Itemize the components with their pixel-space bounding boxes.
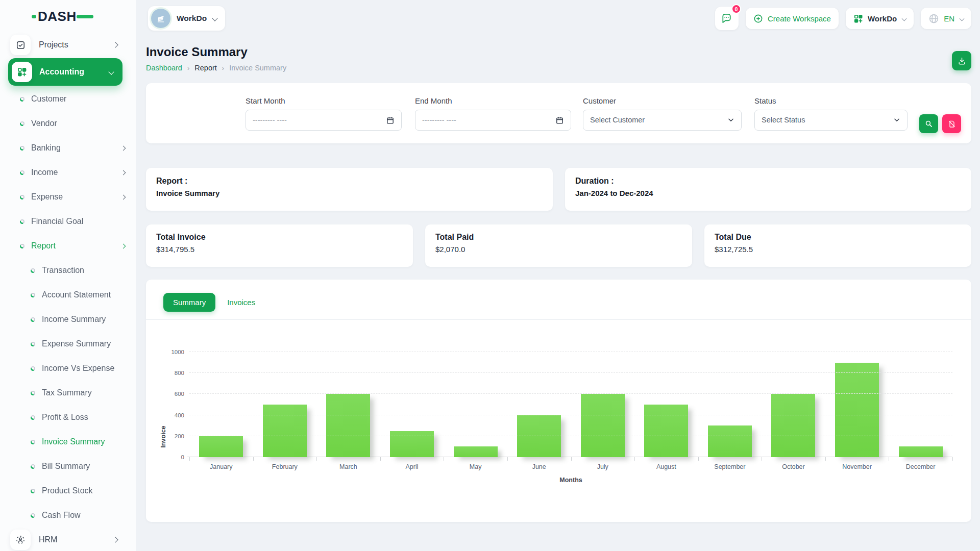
sidebar-item-tax-summary[interactable]: Tax Summary bbox=[0, 381, 136, 405]
bar-april[interactable] bbox=[390, 431, 434, 458]
stat-label: Total Invoice bbox=[156, 233, 403, 242]
end-month-input[interactable]: --------- ---- bbox=[415, 110, 571, 131]
x-axis-tick-label: July bbox=[571, 463, 634, 470]
sidebar-item-cash-flow[interactable]: Cash Flow bbox=[0, 503, 136, 528]
language-selector[interactable]: EN bbox=[921, 8, 971, 29]
bar-column bbox=[380, 352, 444, 457]
y-axis-tick-label: 400 bbox=[175, 412, 184, 418]
messages-badge: 0 bbox=[731, 4, 741, 14]
search-button[interactable] bbox=[919, 114, 938, 133]
bullet-icon bbox=[31, 342, 35, 346]
x-axis-labels: JanuaryFebruaryMarchAprilMayJuneJulyAugu… bbox=[189, 463, 952, 470]
sidebar-item-financial-goal[interactable]: Financial Goal bbox=[0, 209, 136, 234]
y-axis-tick-label: 1000 bbox=[171, 349, 184, 355]
bar-march[interactable] bbox=[326, 394, 370, 457]
bars-container bbox=[189, 352, 952, 457]
divider bbox=[146, 319, 971, 320]
download-report-button[interactable] bbox=[952, 51, 971, 70]
bullet-icon bbox=[31, 293, 35, 297]
workdo-menu-button[interactable]: WorkDo bbox=[846, 8, 914, 29]
calendar-icon bbox=[555, 116, 564, 124]
summary-chart-card: Summary Invoices Invoice 020040060080010… bbox=[146, 280, 971, 522]
workspace-avatar bbox=[151, 9, 170, 28]
bullet-icon bbox=[20, 97, 24, 102]
x-axis-tick bbox=[889, 457, 889, 461]
chevron-down-icon bbox=[727, 116, 734, 123]
topbar: WorkDo 0 Create Workspace bbox=[146, 0, 971, 37]
y-axis-tick-label: 800 bbox=[175, 370, 184, 376]
breadcrumb-report[interactable]: Report bbox=[194, 64, 217, 72]
language-label: EN bbox=[944, 14, 954, 23]
x-axis-tick bbox=[444, 457, 444, 461]
calendar-icon bbox=[386, 116, 395, 124]
gridline bbox=[189, 415, 952, 415]
bar-february[interactable] bbox=[263, 405, 307, 457]
gridline bbox=[189, 372, 952, 373]
workdo-menu-label: WorkDo bbox=[868, 14, 897, 23]
page-title: Invoice Summary bbox=[146, 45, 286, 59]
sidebar-item-transaction[interactable]: Transaction bbox=[0, 258, 136, 283]
bar-january[interactable] bbox=[199, 436, 243, 457]
sidebar-item-income-summary[interactable]: Income Summary bbox=[0, 307, 136, 332]
messages-button[interactable]: 0 bbox=[715, 7, 739, 30]
x-axis-tick-label: May bbox=[444, 463, 507, 470]
sidebar-item-profit-loss[interactable]: Profit & Loss bbox=[0, 405, 136, 430]
sidebar-item-projects[interactable]: Projects bbox=[0, 33, 136, 57]
sidebar-item-accounting[interactable]: Accounting bbox=[8, 58, 122, 86]
x-axis-tick bbox=[316, 457, 317, 461]
bullet-icon bbox=[31, 317, 35, 322]
workspace-switcher[interactable]: WorkDo bbox=[148, 6, 225, 31]
breadcrumb-dashboard[interactable]: Dashboard bbox=[146, 64, 182, 72]
x-axis-tick bbox=[380, 457, 381, 461]
total-due-card: Total Due $312,725.5 bbox=[704, 224, 971, 267]
sidebar-item-invoice-summary[interactable]: Invoice Summary bbox=[0, 430, 136, 454]
tab-summary[interactable]: Summary bbox=[163, 293, 215, 312]
x-axis-tick-label: October bbox=[762, 463, 825, 470]
sidebar-item-expense[interactable]: Expense bbox=[0, 185, 136, 209]
app-logo[interactable]: DASH bbox=[0, 0, 136, 33]
chart-plot-area: 02004006008001000 bbox=[189, 352, 952, 457]
sidebar-item-label: HRM bbox=[39, 535, 57, 544]
reset-filter-button[interactable] bbox=[942, 114, 961, 133]
sidebar-item-hrm[interactable]: HRM bbox=[0, 528, 136, 551]
bullet-icon bbox=[31, 464, 35, 469]
bar-may[interactable] bbox=[454, 446, 498, 457]
chevron-right-icon bbox=[121, 170, 126, 175]
start-month-input[interactable]: --------- ---- bbox=[246, 110, 402, 131]
sidebar-item-report[interactable]: Report bbox=[0, 234, 136, 258]
report-tabs: Summary Invoices bbox=[146, 280, 971, 312]
bar-october[interactable] bbox=[771, 394, 815, 457]
sidebar-item-product-stock[interactable]: Product Stock bbox=[0, 479, 136, 503]
sidebar-nav: Projects Accounting CustomerVendorBankin… bbox=[0, 33, 136, 551]
sidebar-item-income[interactable]: Income bbox=[0, 160, 136, 185]
bar-july[interactable] bbox=[581, 394, 625, 457]
x-axis-tick-label: June bbox=[507, 463, 571, 470]
tab-invoices[interactable]: Invoices bbox=[224, 293, 258, 312]
bar-column bbox=[571, 352, 634, 457]
filter-card: Start Month --------- ---- End Month ---… bbox=[146, 83, 971, 143]
sidebar-item-expense-summary[interactable]: Expense Summary bbox=[0, 332, 136, 356]
status-select[interactable]: Select Status bbox=[754, 110, 908, 131]
sidebar-item-banking[interactable]: Banking bbox=[0, 136, 136, 160]
bar-november[interactable] bbox=[835, 363, 879, 457]
bar-august[interactable] bbox=[644, 405, 688, 457]
sidebar: DASH Projects Ac bbox=[0, 0, 136, 551]
total-invoice-card: Total Invoice $314,795.5 bbox=[146, 224, 413, 267]
bullet-icon bbox=[20, 219, 24, 224]
sidebar-item-income-vs-expense[interactable]: Income Vs Expense bbox=[0, 356, 136, 381]
page-head-left: Invoice Summary Dashboard › Report › Inv… bbox=[146, 45, 286, 72]
sidebar-item-customer[interactable]: Customer bbox=[0, 87, 136, 111]
sidebar-item-account-statement[interactable]: Account Statement bbox=[0, 283, 136, 307]
chevron-down-icon bbox=[893, 116, 900, 123]
create-workspace-label: Create Workspace bbox=[768, 14, 831, 23]
bar-december[interactable] bbox=[899, 446, 943, 457]
bar-september[interactable] bbox=[708, 425, 752, 457]
x-axis-tick-label: August bbox=[634, 463, 698, 470]
sidebar-item-vendor[interactable]: Vendor bbox=[0, 111, 136, 136]
bullet-icon bbox=[31, 489, 35, 493]
x-axis-tick-label: January bbox=[189, 463, 253, 470]
sidebar-item-bill-summary[interactable]: Bill Summary bbox=[0, 454, 136, 479]
invoice-bar-chart: Invoice 02004006008001000 JanuaryFebruar… bbox=[146, 352, 971, 484]
customer-select[interactable]: Select Customer bbox=[583, 110, 742, 131]
create-workspace-button[interactable]: Create Workspace bbox=[746, 8, 839, 29]
